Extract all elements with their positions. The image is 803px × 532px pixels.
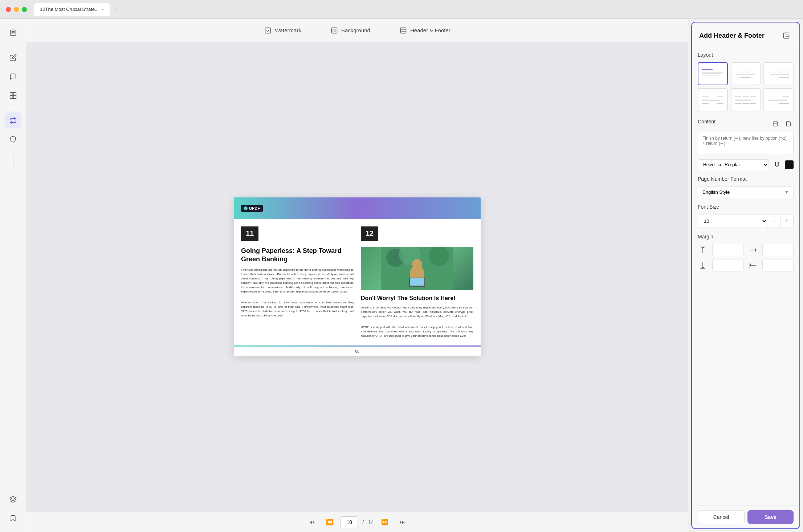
dropdown-arrow-icon: ▼ [784,190,789,195]
font-size-increase-button[interactable]: + [780,214,793,228]
app-body: Watermark Background [0,19,803,532]
sidebar-bottom [5,491,21,526]
margin-bottom-row: 36 ▲ ▼ [698,259,794,271]
updf-logo-text: UPDF [249,206,260,210]
page-content-area: 11 Going Paperless: A Step Toward Green … [234,219,481,346]
sidebar-item-bookmark[interactable] [5,510,21,526]
font-size-select[interactable]: 10 [698,215,767,227]
font-row: Helvetica · Regular U [698,159,794,170]
margin-grid: 36 ▲ ▼ [698,244,794,271]
calendar-icon[interactable] [770,119,780,129]
first-page-button[interactable]: ⏮ [306,516,319,529]
margin-right-icon [748,245,758,255]
header-footer-icon [399,26,407,34]
page-right-column: 12 [361,226,473,339]
margin-right-input-group: 72 ▲ ▼ [762,244,794,256]
current-tab[interactable]: 12The Most Crucial Strate... × [34,3,110,16]
content-label: Content [698,119,716,124]
article-image [361,247,473,290]
next-page-button[interactable]: ⏩ [378,516,391,529]
content-header: Content [698,119,794,129]
color-swatch[interactable] [785,160,794,169]
page-number-right-badge: 12 [361,226,378,241]
sidebar-divider [7,45,19,45]
prev-page-button[interactable]: ⏪ [323,516,336,529]
page-left-body2: Workers claim that looking for informati… [241,300,354,318]
save-button[interactable]: Save [747,510,794,524]
add-tab-button[interactable]: + [111,4,121,15]
margin-right-input[interactable]: 72 [763,245,794,255]
sidebar-item-comment[interactable] [5,69,21,85]
tab-close-icon[interactable]: × [102,7,104,12]
layout-option-2[interactable] [731,62,761,85]
layout-option-5[interactable] [731,88,761,111]
panel-title: Add Header & Footer [699,32,765,40]
page-right-body2: UPDF is equipped with the most advanced … [361,325,473,338]
page-number-format-label: Page Number Format [698,176,794,182]
cancel-button[interactable]: Cancel [698,510,745,524]
svg-marker-8 [10,496,16,499]
minimize-button[interactable] [14,7,19,12]
svg-rect-11 [333,29,336,32]
page-number-format-dropdown[interactable]: English Style ▼ [698,186,794,198]
close-button[interactable] [6,7,11,12]
doc-view: UPDF 11 Going Paperless: A Step Toward G… [26,42,688,512]
page-left-title: Going Paperless: A Step Toward Green Ban… [241,247,354,264]
sidebar-item-reader[interactable] [5,25,21,41]
margin-top-row: 36 ▲ ▼ [698,244,794,256]
right-panel: Add Header & Footer Layout [691,22,800,529]
page-number-format-section: Page Number Format English Style ▼ [698,176,794,198]
svg-point-20 [412,259,422,269]
panel-footer: Cancel Save [692,506,799,528]
page-preview: UPDF 11 Going Paperless: A Step Toward G… [234,197,481,357]
layout-option-3[interactable] [763,62,794,85]
svg-rect-5 [13,93,16,95]
sidebar-divider2 [7,108,19,108]
margin-top-input-group: 36 ▲ ▼ [712,244,743,256]
page-number-icon[interactable] [783,119,794,129]
font-select[interactable]: Helvetica · Regular [698,159,769,170]
font-size-decrease-button[interactable]: − [767,214,780,228]
watermark-icon [264,26,272,34]
underline-button[interactable]: U [772,160,782,170]
layout-option-1[interactable] [698,62,728,85]
background-icon [330,26,338,34]
svg-rect-22 [410,278,424,286]
svg-rect-24 [773,122,778,126]
updf-logo: UPDF [241,205,263,212]
font-size-label: Font Size [698,204,794,210]
content-textarea[interactable] [698,132,794,155]
panel-body: Layout [692,46,799,506]
titlebar: 12The Most Crucial Strate... × + [0,0,803,19]
page-number-input[interactable]: 10 [341,516,358,528]
margin-top-input[interactable]: 36 [713,245,743,255]
sidebar-item-edit[interactable] [5,50,21,66]
page-left-column: 11 Going Paperless: A Step Toward Green … [241,226,354,339]
toolbar-background[interactable]: Background [325,24,376,37]
traffic-lights [6,7,27,12]
margin-bottom-input[interactable]: 36 [713,261,743,270]
toolbar-header-footer[interactable]: Header & Footer [394,24,456,37]
layout-option-6[interactable] [763,88,794,111]
main-content: Watermark Background [26,19,688,532]
sidebar-item-organize[interactable] [5,87,21,103]
sidebar [0,19,26,532]
sidebar-item-layers[interactable] [5,491,21,507]
panel-help-button[interactable] [780,30,792,41]
margin-bottom-input-group: 36 ▲ ▼ [712,259,743,271]
page-number-format-value: English Style [702,189,730,195]
sidebar-item-protect[interactable] [5,131,21,147]
watermark-label: Watermark [275,27,301,33]
maximize-button[interactable] [22,7,27,12]
layout-option-4[interactable] [698,88,728,111]
last-page-button[interactable]: ⏭ [396,516,409,529]
svg-rect-23 [784,33,789,38]
toolbar-watermark[interactable]: Watermark [258,24,307,37]
margin-label: Margin [698,234,794,240]
page-header-bar: UPDF [234,197,481,219]
svg-rect-6 [10,96,13,99]
sidebar-item-convert[interactable] [5,112,21,128]
panel-header: Add Header & Footer [692,22,799,46]
margin-left-input[interactable]: 72 [763,261,794,270]
svg-rect-12 [400,28,406,33]
